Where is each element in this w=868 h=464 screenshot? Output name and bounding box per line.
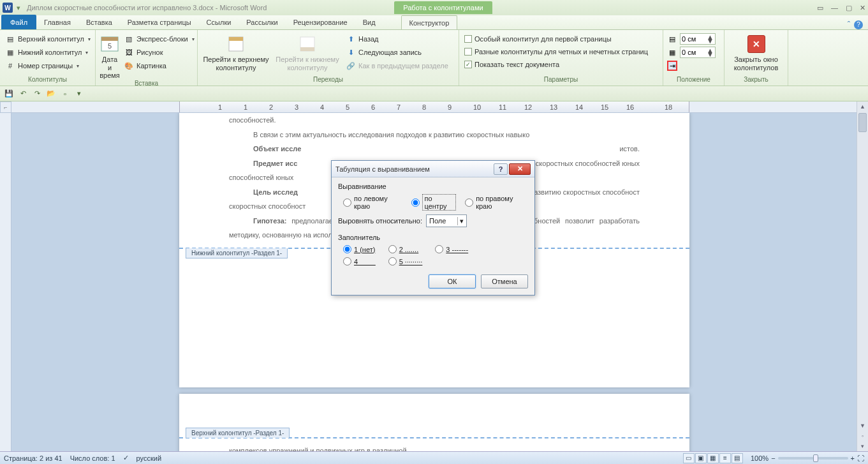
group-navigation-label: Переходы <box>202 76 455 84</box>
alignment-tab-dialog: Табуляция с выравниванием ? ✕ Выравниван… <box>331 160 535 296</box>
arrow-down-icon: ⬇ <box>346 47 356 57</box>
page-number-button[interactable]: #Номер страницы▾ <box>4 60 92 71</box>
cancel-button[interactable]: Отмена <box>481 274 528 288</box>
leader-4-radio[interactable]: 4 ____ <box>343 257 376 266</box>
minimize-ribbon-icon[interactable]: ▭ <box>817 4 823 12</box>
new-icon[interactable]: ▫ <box>60 89 70 99</box>
tab-align-icon: ⇥ <box>667 61 677 71</box>
show-document-text-checkbox[interactable]: ✓Показать текст документа <box>463 60 649 69</box>
align-center-radio[interactable]: по центру <box>411 194 456 211</box>
ribbon-min-icon[interactable]: ˆ <box>848 20 850 29</box>
group-close-label: Закрыть <box>728 76 784 84</box>
goto-header-icon <box>226 34 246 54</box>
leader-1-radio[interactable]: 1 (нет) <box>343 245 376 253</box>
tab-references[interactable]: Ссылки <box>199 15 239 29</box>
tab-view[interactable]: Вид <box>355 15 383 29</box>
qat-dropdown-icon[interactable]: ▾ <box>17 4 20 12</box>
close-header-footer-button[interactable]: ✕ Закрыть окно колонтитулов <box>728 31 784 71</box>
align-relative-select[interactable]: Поле▾ <box>426 214 467 227</box>
document-text: комплексов упражнений и подвижных игр в … <box>179 438 689 451</box>
view-mode-buttons: ▭ ▣ ▦ ≡ ▤ <box>683 453 743 463</box>
clipart-button[interactable]: 🎨Картинка <box>122 60 196 71</box>
zoom-fit-icon[interactable]: ⛶ <box>857 454 864 462</box>
scroll-up-icon[interactable]: ▲ <box>857 101 868 112</box>
full-screen-view-icon[interactable]: ▣ <box>695 453 707 463</box>
leader-5-radio[interactable]: 5 ········· <box>388 257 423 266</box>
print-layout-view-icon[interactable]: ▭ <box>683 453 695 463</box>
tab-home[interactable]: Главная <box>36 15 78 29</box>
footer-from-bottom-spinner[interactable]: ▦0 см▲▼ <box>667 47 716 58</box>
scroll-down-icon[interactable]: ▼ <box>857 421 868 431</box>
header-section-tag: Верхний колонтитул -Раздел 1- <box>186 428 290 438</box>
word-count-status[interactable]: Число слов: 1 <box>70 454 115 462</box>
outline-view-icon[interactable]: ≡ <box>719 453 731 463</box>
pagenum-icon: # <box>5 61 15 71</box>
tab-design-active[interactable]: Конструктор <box>401 15 458 29</box>
vertical-scrollbar[interactable]: ▲ ▼ ◦ ▾ <box>857 101 868 451</box>
quickparts-button[interactable]: ▧Экспресс-блоки▾ <box>122 33 196 45</box>
spell-check-icon[interactable]: ✓ <box>123 454 129 462</box>
dialog-titlebar[interactable]: Табуляция с выравниванием ? ✕ <box>332 161 534 177</box>
align-relative-label: Выровнять относительно: <box>338 217 422 225</box>
zoom-out-button[interactable]: − <box>771 454 775 462</box>
tab-insert[interactable]: Вставка <box>78 15 120 29</box>
contextual-tab-header: Работа с колонтитулами <box>394 1 492 14</box>
tab-review[interactable]: Рецензирование <box>286 15 355 29</box>
dialog-close-button[interactable]: ✕ <box>509 163 531 175</box>
different-first-page-checkbox[interactable]: Особый колонтитул для первой страницы <box>463 34 649 43</box>
tab-mailings[interactable]: Рассылки <box>239 15 285 29</box>
horizontal-ruler[interactable]: 11234567891011121314151618 <box>11 101 857 113</box>
qat-more-icon[interactable]: ▾ <box>74 89 84 99</box>
quick-access-toolbar: 💾 ↶ ↷ 📂 ▫ ▾ <box>0 86 868 101</box>
insert-alignment-tab-button[interactable]: ⇥ <box>667 61 716 71</box>
footer-icon: ▦ <box>5 47 15 57</box>
alignment-label: Выравнивание <box>338 183 528 190</box>
close-x-icon: ✕ <box>747 35 765 53</box>
picture-button[interactable]: 🖼Рисунок <box>122 47 196 58</box>
zoom-level[interactable]: 100% <box>751 454 769 462</box>
date-time-button[interactable]: 5 Дата и время <box>99 31 120 80</box>
zoom-in-button[interactable]: + <box>851 454 855 462</box>
header-from-top-spinner[interactable]: ▤0 см▲▼ <box>667 33 716 45</box>
scroll-thumb[interactable] <box>858 113 867 132</box>
web-layout-view-icon[interactable]: ▦ <box>707 453 719 463</box>
prev-page-icon[interactable]: ◦ <box>857 431 868 441</box>
previous-button[interactable]: ⬆Назад <box>344 33 450 45</box>
next-page-icon[interactable]: ▾ <box>857 441 868 451</box>
checkbox-icon <box>464 48 472 56</box>
svg-text:5: 5 <box>108 42 112 50</box>
vertical-ruler[interactable] <box>0 113 11 451</box>
ruler-corner[interactable]: ⌐ <box>0 101 11 113</box>
maximize-icon[interactable]: ▢ <box>846 4 852 12</box>
redo-icon[interactable]: ↷ <box>32 89 42 99</box>
zoom-slider[interactable] <box>778 457 848 460</box>
next-button[interactable]: ⬇Следующая запись <box>344 47 450 58</box>
draft-view-icon[interactable]: ▤ <box>732 453 743 463</box>
link-icon: 🔗 <box>346 61 356 71</box>
leader-3-radio[interactable]: 3 ------- <box>435 245 468 253</box>
language-status[interactable]: русский <box>136 454 161 462</box>
minimize-icon[interactable]: — <box>831 4 838 12</box>
different-odd-even-checkbox[interactable]: Разные колонтитулы для четных и нечетных… <box>463 47 649 56</box>
close-window-icon[interactable]: ✕ <box>860 4 865 12</box>
header-area[interactable]: Верхний колонтитул -Раздел 1- <box>179 394 689 438</box>
align-left-radio[interactable]: по левому краю <box>343 195 402 210</box>
dialog-help-button[interactable]: ? <box>494 163 508 175</box>
help-icon[interactable]: ? <box>854 20 863 29</box>
ok-button[interactable]: ОК <box>429 274 476 288</box>
checkbox-checked-icon: ✓ <box>464 61 472 68</box>
tab-layout[interactable]: Разметка страницы <box>120 15 199 29</box>
open-icon[interactable]: 📂 <box>46 89 56 99</box>
leader-2-radio[interactable]: 2 ....... <box>388 245 423 253</box>
goto-header-button[interactable]: Перейти к верхнему колонтитулу <box>202 31 270 71</box>
align-right-radio[interactable]: по правому краю <box>465 195 528 210</box>
arrow-up-icon: ⬆ <box>346 34 356 44</box>
file-tab[interactable]: Файл <box>1 15 36 29</box>
ribbon: ▤Верхний колонтитул▾ ▦Нижний колонтитул▾… <box>0 30 868 86</box>
header-button[interactable]: ▤Верхний колонтитул▾ <box>4 33 92 45</box>
footer-button[interactable]: ▦Нижний колонтитул▾ <box>4 47 92 58</box>
page-status[interactable]: Страница: 2 из 41 <box>4 454 63 462</box>
save-icon[interactable]: 💾 <box>4 89 14 99</box>
svg-rect-1 <box>101 37 118 41</box>
undo-icon[interactable]: ↶ <box>18 89 28 99</box>
